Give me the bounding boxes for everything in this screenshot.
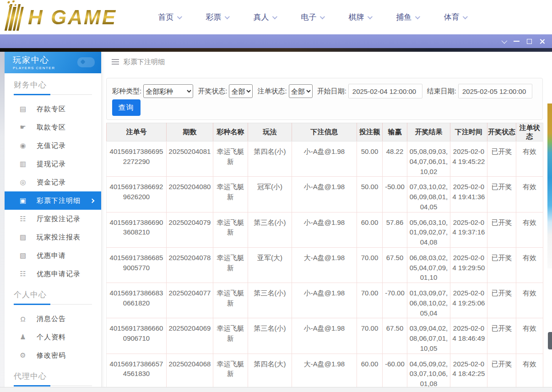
maximize-icon [527,39,532,44]
nav-item[interactable]: 首页 [146,12,193,22]
window-dropdown-button[interactable] [497,34,510,48]
sidebar-sections: 财务中心 ▤ 存款专区 ☛ 取 [5,80,101,392]
cell-bet-id: 401569173866903608210 [107,212,167,247]
sidebar-item[interactable]: ▣ 彩票下注明细 [5,191,101,210]
chevron-down-icon [501,38,507,44]
table-header-cell: 开奖状态 [487,123,516,142]
nav-item[interactable]: 棋牌 [336,12,384,22]
promo-application-icon: ▧ [18,251,27,260]
sidebar-item[interactable]: ☷ 优惠申请记录 [5,265,101,283]
lottery-type-select[interactable]: 全部彩种 [143,84,193,98]
horizontal-scrollbar[interactable] [0,387,552,392]
order-status-select[interactable]: 全部 [289,84,313,98]
section-divider [14,94,92,95]
search-button[interactable]: 查询 [112,99,141,116]
cell-winloss: 67.50 [383,247,407,283]
cell-amount: 60.00 [357,212,383,247]
cell-bet-id: 401569173866830661820 [107,283,167,318]
promo-application-records-icon: ☷ [18,270,27,278]
cell-winloss: 48.22 [383,142,407,177]
brand-logo[interactable]: H GAME [7,3,119,32]
section-divider [14,304,92,305]
cell-period: 20250204077 [167,283,213,318]
sidebar-item[interactable]: Ω 消息公告 [5,310,101,328]
cell-bet-time: 2025-02-04 19:25:06 [450,283,487,318]
content: 彩票下注明细 彩种类型: 全部彩种 开奖状态: 全部 注单状态: 全部 开始日期… [106,52,543,392]
nav-item[interactable]: 捕鱼 [384,12,431,22]
sidebar-item[interactable]: ☛ 取款专区 [5,118,101,136]
withdraw-zone-icon: ☛ [18,123,27,131]
nav-item-label: 棋牌 [349,12,364,22]
window-minimize-button[interactable] [510,34,523,48]
cell-result: 05,06,03,10,01,09,02,07,04,08 [407,212,450,247]
nav-item-label: 电子 [301,12,317,22]
nav-item[interactable]: 体育 [431,12,479,22]
sidebar-item-label: 充值记录 [37,142,66,150]
nav-item[interactable]: 彩票 [193,12,241,22]
nav-item[interactable]: 电子 [288,12,336,22]
cell-play: 第三名(小) [248,318,292,354]
sidebar-item[interactable]: ▤ 存款专区 [5,100,101,118]
sidebar: 玩家中心 PLAYERS CENTER 财务中心 ▤ 存款专区 [5,52,102,392]
order-status-label: 注单状态: [257,87,287,96]
table-header-cell: 下注时间 [450,123,487,142]
sidebar-item-label: 彩票下注明细 [37,196,81,205]
table-header-cell: 玩法 [248,123,292,142]
sidebar-item[interactable]: ⚙ 修改密码 [5,346,101,365]
cell-amount: 60.00 [357,354,383,389]
table-row: 401569173866830661820 20250204077 幸运飞艇新 … [107,283,543,318]
cell-result: 01,03,09,07,06,08,10,02,05,04 [407,283,450,318]
bet-table: 注单号期数彩种名称玩法下注信息投注额输赢开奖结果下注时间开奖状态注单状态 401… [106,123,543,392]
gamepad-icon [76,54,97,70]
window-maximize-button[interactable] [523,34,536,48]
start-date-input[interactable] [348,84,422,98]
sidebar-item-label: 个人资料 [37,333,66,342]
chevron-down-icon [415,14,420,19]
sidebar-item[interactable]: ◉ 充值记录 [5,136,101,155]
cell-play: 第三名(小) [248,283,292,318]
edge-floating-widget[interactable] [548,332,552,349]
section-divider [14,385,92,387]
end-date-input[interactable] [458,84,532,98]
sidebar-item[interactable]: ▧ 优惠申请 [5,246,101,265]
table-header-cell: 注单号 [107,123,167,142]
cell-result: 05,08,09,03,04,07,06,01,10,02 [407,142,450,177]
logo-bars-icon [5,4,28,31]
close-icon [539,38,545,44]
sidebar-section-title: 个人中心 [14,289,92,300]
cell-bet-id: 401569173866574561830 [107,354,167,389]
cell-bet-info: 小-A盘@1.98 [292,318,357,354]
sidebar-item-label: 取款专区 [37,123,66,132]
main-nav: 首页 彩票 真人 电子 棋牌 捕鱼 [146,0,479,34]
chevron-down-icon [272,14,277,19]
chevron-down-icon [224,14,229,19]
sidebar-item[interactable]: ▥ 提现记录 [5,155,101,173]
draw-status-select[interactable]: 全部 [229,84,253,98]
cell-lottery: 幸运飞艇新 [213,354,248,389]
cell-draw-status: 已开奖 [487,212,516,247]
cell-draw-status: 已开奖 [487,318,516,354]
page-title: 彩票下注明细 [124,58,165,66]
sidebar-item-label: 优惠申请记录 [37,270,81,278]
cell-lottery: 幸运飞艇新 [213,247,248,283]
sidebar-item[interactable]: ☷ 厅室投注记录 [5,210,101,228]
announcements-icon: Ω [18,315,27,323]
cell-bet-time: 2025-02-04 19:45:22 [450,142,487,177]
edge-strip [547,103,552,268]
lottery-bet-details-icon: ▣ [18,196,27,205]
cell-play: 第四名(大) [248,354,292,389]
table-header-cell: 下注信息 [292,123,357,142]
sidebar-item[interactable]: ◎ 资金记录 [5,173,101,191]
cell-bet-info: 大-A盘@1.98 [292,354,357,389]
funds-records-icon: ◎ [18,178,27,186]
site-header: H GAME 首页 彩票 真人 电子 棋牌 [0,0,552,34]
sidebar-item[interactable]: ▨ 玩家投注报表 [5,228,101,246]
sidebar-item[interactable]: ♟ 个人资料 [5,328,101,346]
nav-item[interactable]: 真人 [241,12,288,22]
window-close-button[interactable] [536,34,548,48]
table-body: 401569173866952272290 20250204081 幸运飞艇新 … [107,142,543,389]
cell-play: 第四名(小) [248,142,292,177]
hamburger-icon[interactable] [112,59,119,65]
cell-order-status: 有效 [516,177,543,212]
app: { "brand": { "logo_text": "H GAME" }, "n… [0,0,552,392]
